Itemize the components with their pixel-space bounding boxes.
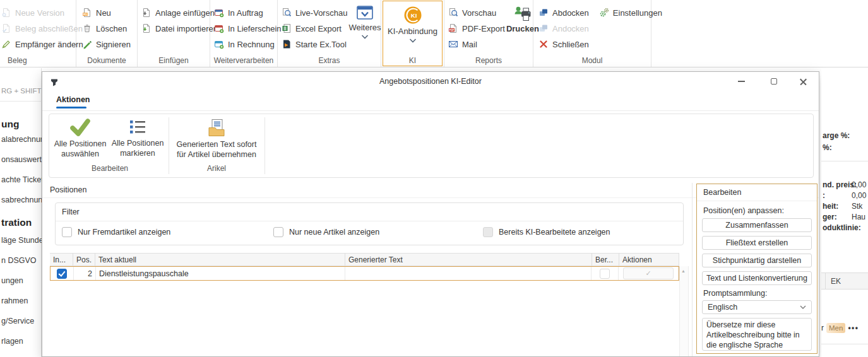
row-bearbeitet-checkbox[interactable]	[600, 269, 610, 279]
chevron-down-icon	[800, 305, 806, 309]
mark-all-positions-button[interactable]: Alle Positionen markieren	[109, 119, 167, 158]
big-list-icon	[128, 119, 147, 136]
sidebar-item-alabrechnun[interactable]: alabrechnun	[1, 135, 45, 144]
ribbon-item-in-auftrag[interactable]: In Auftrag	[214, 6, 282, 20]
sign-pen-icon	[82, 39, 92, 49]
table-header-row: In...Pos.Text aktuellGenerierter TextBer…	[50, 253, 679, 266]
sidebar-item-achte-ticketa[interactable]: achte Ticketa	[1, 175, 48, 184]
divider	[821, 344, 868, 344]
sidebar-item-n-dsgvo[interactable]: n DSGVO	[1, 256, 37, 265]
table-scrollbar[interactable]	[679, 266, 689, 356]
tab-aktionen[interactable]: Aktionen	[56, 95, 90, 104]
checkbox-box[interactable]	[273, 227, 283, 237]
text-fragment: r	[821, 324, 824, 332]
bigbutton-label: KI-Anbindung	[388, 26, 437, 37]
ribbon-group-label: Modul	[533, 56, 651, 65]
ribbon-item-empfaenger-aendern[interactable]: Empfänger ändern	[1, 37, 83, 51]
column-header-generierter-text[interactable]: Generierter Text	[345, 254, 592, 266]
prompt-text-box[interactable]: Übersetze mir diese Artikelbeschreibung …	[702, 318, 812, 351]
ribbon-item-beleg-abschliessen[interactable]: Beleg abschließen	[1, 21, 83, 35]
table-cell: Dienstleistungspauschale	[96, 267, 345, 280]
ribbon-item-signieren[interactable]: Signieren	[82, 37, 131, 51]
apply-generated-text-button[interactable]: Generierten Text sofort für Artikel über…	[172, 119, 261, 160]
prompt-language-select[interactable]: Englisch	[702, 300, 812, 314]
fliesstext-erstellen-button[interactable]: Fließtext erstellen	[702, 236, 812, 250]
ribbon-item-anlage-einfuegen[interactable]: Anlage einfügen	[141, 6, 218, 20]
change-recipient-pen-icon	[1, 39, 11, 49]
ribbon-item-label: Live-Vorschau	[295, 8, 347, 18]
stichpunktartig-darstellen-button[interactable]: Stichpunktartig darstellen	[702, 254, 812, 267]
column-header-pos[interactable]: Pos.	[73, 254, 95, 266]
checkbox-nur-neue-artikel[interactable]: Nur neue Artikel anzeigen	[273, 227, 379, 237]
more-options-button[interactable]: •••	[848, 324, 859, 332]
ribbon-item-neu[interactable]: NEUNeu	[82, 6, 131, 20]
maximize-button[interactable]	[759, 72, 788, 91]
ribbon-item-in-rechnung[interactable]: In Rechnung	[214, 37, 282, 51]
chevron-down-icon	[409, 38, 417, 43]
ribbon-group-dokumente: NEUNeuLöschenSignierenDokumente	[76, 0, 138, 67]
ribbon-item-neue-version[interactable]: Neue Version	[1, 6, 83, 20]
toolbar-separator	[265, 117, 265, 174]
ribbon-item-label: Einstellungen	[613, 8, 662, 18]
table-row[interactable]: 2Dienstleistungspauschale✓	[50, 266, 679, 281]
close-button[interactable]	[788, 72, 817, 91]
sidebar-item-ungen[interactable]: ungen	[1, 276, 23, 285]
ribbon-item-in-lieferschein[interactable]: In Lieferschein	[214, 21, 282, 35]
row-select-checkbox[interactable]	[57, 269, 67, 279]
checkbox-box[interactable]	[483, 227, 493, 237]
ribbon-item-schliessen[interactable]: Schließen	[538, 37, 589, 51]
ribbon-item-datei-importieren[interactable]: Datei importieren	[141, 21, 218, 35]
ribbon-item-label: Andocken	[552, 24, 589, 33]
ribbon-item-loeschen[interactable]: Löschen	[82, 21, 131, 35]
minimize-button[interactable]	[727, 72, 756, 91]
live-preview-icon	[282, 8, 292, 18]
ribbon-item-pdf-export[interactable]: PDFPDF-Export	[448, 21, 505, 35]
side-panel-title: Bearbeiten	[703, 188, 741, 197]
menge-chip[interactable]: Men	[826, 323, 845, 333]
toolbar-group-arikel: Arikel	[172, 164, 261, 173]
content-divider	[692, 183, 693, 356]
checkbox-box[interactable]	[62, 227, 72, 237]
ribbon-item-live-vorschau[interactable]: Live-Vorschau	[282, 6, 347, 20]
dialog-title: Angebotspositionen KI-Editor	[42, 77, 819, 86]
bigbutton-label: Weiteres	[348, 23, 381, 33]
detail-row-fragment: ger:Hau	[823, 213, 865, 221]
column-header-text-aktuell[interactable]: Text aktuell	[95, 254, 345, 266]
select-all-positions-button[interactable]: Alle Positionen auswählen	[53, 119, 107, 159]
sidebar-item-tration[interactable]: tration	[1, 217, 32, 228]
left-sidebar: RG + SHIFT ungalabrechnunonsauswertuacht…	[0, 68, 42, 357]
scroll-up-arrow-icon[interactable]: ▲	[681, 269, 686, 273]
sidebar-item-rahmen[interactable]: rahmen	[1, 296, 28, 305]
zusammenfassen-button[interactable]: Zusammenfassen	[702, 218, 812, 232]
ribbon-item-mail[interactable]: Mail	[448, 37, 505, 51]
row-action-button[interactable]: ✓	[623, 267, 674, 279]
sidebar-item-sabrechnung[interactable]: sabrechnung	[1, 196, 47, 204]
ribbon-item-label: In Rechnung	[228, 40, 275, 49]
ribbon-item-starte-ex-tool[interactable]: Starte Ex.Tool	[282, 37, 347, 51]
ribbon-group-reports: VorschauPDFPDF-ExportMailDruckenReports	[444, 0, 533, 67]
ribbon-item-vorschau[interactable]: Vorschau	[448, 6, 505, 20]
column-header-in[interactable]: In...	[50, 254, 73, 266]
detail-label: :	[823, 191, 852, 200]
column-header-ber[interactable]: Ber...	[592, 254, 619, 266]
ribbon-item-excel-export[interactable]: Excel Export	[282, 21, 347, 35]
sidebar-item-laege-stunden[interactable]: läge Stunden	[1, 236, 48, 245]
ribbon-item-label: Schließen	[552, 40, 589, 49]
side-panel-subtitle: Position(en) anpassen:	[703, 206, 784, 215]
dialog-toolbar: Alle Positionen auswählen Alle Positione…	[49, 114, 814, 178]
ribbon-item-einstellungen[interactable]: Einstellungen	[599, 6, 662, 20]
sidebar-item-g-service[interactable]: g/Service	[1, 317, 34, 325]
ribbon-item-andocken[interactable]: Andocken	[538, 21, 589, 35]
button-label: Generierten Text sofort für Artikel über…	[172, 140, 261, 160]
checkbox-nur-fremdartikel[interactable]: Nur Fremdartikel anzeigen	[62, 227, 170, 237]
table-cell: ✓	[619, 267, 679, 280]
ribbon-group-label: Dokumente	[76, 56, 137, 65]
sidebar-item-rlagen[interactable]: rlagen	[1, 337, 23, 346]
checkbox-bereits-ki-bearbeitete[interactable]: Bereits KI-Bearbeitete anzeigen	[483, 227, 610, 237]
sidebar-item-ung[interactable]: ung	[1, 119, 19, 130]
sidebar-item-onsauswertu[interactable]: onsauswertu	[1, 155, 46, 164]
text-und-listenkonvertierung-button[interactable]: Text und Listenkonvertierung	[702, 271, 812, 285]
positions-table: In...Pos.Text aktuellGenerierter TextBer…	[50, 253, 679, 281]
ribbon-item-abdocken[interactable]: Abdocken	[538, 6, 589, 20]
column-header-aktionen[interactable]: Aktionen	[619, 254, 679, 266]
